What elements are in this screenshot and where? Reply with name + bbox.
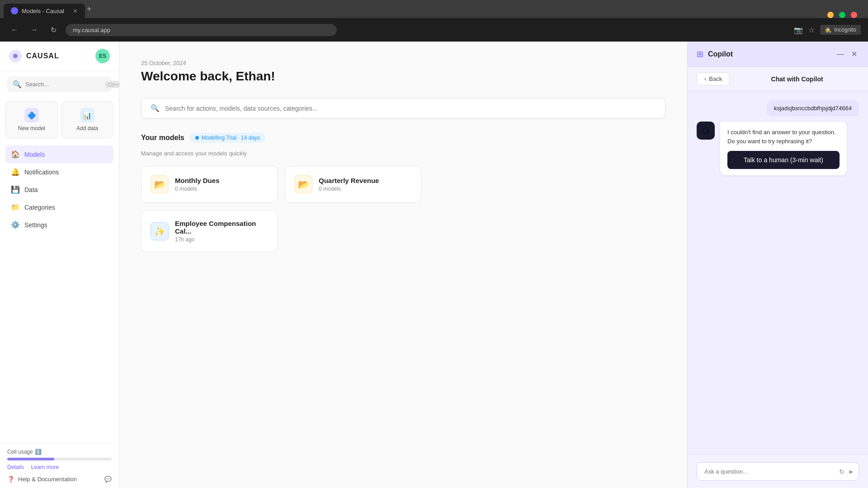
bookmark-icon[interactable]: ☆ [808, 26, 815, 34]
window-controls [827, 12, 864, 18]
models-title-text: Your models [141, 134, 184, 142]
help-documentation-link[interactable]: ❓ Help & Documentation 💬 [7, 470, 112, 483]
model-sub: 0 models [319, 186, 379, 192]
sidebar-bottom: Cell usage ℹ️ Details Learn more ❓ Help … [0, 443, 119, 488]
model-card-quarterly-revenue[interactable]: 📂 Quarterly Revenue 0 models [285, 166, 421, 203]
page-title: Welcome back, Ethan! [141, 69, 665, 84]
logo: CAUSAL [9, 50, 59, 62]
model-card-monthly-dues[interactable]: 📂 Monthly Dues 0 models [141, 166, 278, 203]
incognito-label: Incognito [834, 27, 856, 33]
input-right-icons: ↻ ➤ [839, 468, 854, 475]
models-icon: 🏠 [11, 150, 20, 159]
browser-tab-active[interactable]: Models - Causal ✕ [4, 4, 85, 18]
tab-title: Models - Causal [22, 8, 64, 14]
forward-nav-button[interactable]: → [27, 24, 42, 36]
copilot-messages: ksjadsjbsnccbdbfhjsjdjd74664 ⬡ I couldn'… [688, 91, 868, 455]
cell-usage-fill [7, 458, 54, 460]
search-input[interactable] [25, 81, 101, 88]
back-nav-button[interactable]: ← [7, 24, 22, 36]
models-section-title: Your models Modelling Trial · 14 days [141, 133, 265, 143]
send-icon[interactable]: ➤ [848, 468, 854, 475]
monthly-dues-icon: 📂 [151, 175, 169, 193]
settings-icon: ⚙️ [11, 221, 20, 229]
copilot-header-buttons: — ✕ [835, 48, 859, 60]
copilot-subheader: ‹ Back Chat with Copilot [688, 67, 868, 91]
sidebar-item-data[interactable]: 💾 Data [5, 181, 113, 198]
sidebar-item-notifications[interactable]: 🔔 Notifications [5, 163, 113, 181]
tab-close-btn[interactable]: ✕ [73, 8, 78, 14]
copilot-close-button[interactable]: ✕ [849, 48, 859, 60]
address-bar[interactable]: my.causal.app [66, 24, 337, 36]
browser-window: Models - Causal ✕ + ← → ↻ my.causal.app … [0, 0, 868, 488]
browser-toolbar: ← → ↻ my.causal.app 📷 ☆ 🕵️ Incognito [0, 18, 868, 42]
learn-more-link[interactable]: Learn more [31, 464, 59, 470]
copilot-input-row: ↻ ➤ [688, 455, 868, 488]
copilot-minimize-button[interactable]: — [835, 48, 846, 60]
new-model-label: New model [18, 125, 45, 131]
cell-usage-text: Cell usage [7, 449, 33, 455]
sidebar-search-container[interactable]: 🔍 Ctrl+K [7, 76, 112, 92]
bot-avatar-icon: ⬡ [702, 126, 709, 136]
new-model-button[interactable]: 🔷 New model [5, 101, 58, 138]
help-label: Help & Documentation [18, 476, 77, 483]
back-chevron-icon: ‹ [704, 75, 706, 82]
model-card-content: 📂 Quarterly Revenue 0 models [294, 175, 412, 193]
trial-badge: Modelling Trial · 14 days [190, 133, 265, 143]
incognito-icon: 🕵️ [825, 27, 831, 33]
sidebar-item-settings[interactable]: ⚙️ Settings [5, 216, 113, 234]
copilot-grid-icon: ⊞ [697, 49, 703, 59]
copilot-input[interactable] [697, 462, 859, 481]
copilot-title-row: ⊞ Copilot [697, 49, 733, 59]
talk-to-human-button[interactable]: Talk to a human (3-min wait) [727, 151, 840, 169]
camera-icon: 📷 [794, 26, 803, 34]
sidebar-item-models[interactable]: 🏠 Models [5, 145, 113, 163]
model-info: Quarterly Revenue 0 models [319, 177, 379, 192]
reload-button[interactable]: ↻ [47, 24, 60, 36]
model-card-content: ✨ Employee Compensation Cal... 17h ago [151, 220, 268, 243]
search-icon: 🔍 [13, 80, 22, 89]
tab-bar: Models - Causal ✕ + [0, 0, 868, 18]
minimize-button[interactable] [827, 12, 834, 18]
logo-dot [13, 54, 18, 58]
main-search-input[interactable] [165, 105, 656, 112]
copilot-title: Copilot [708, 50, 733, 58]
cell-usage-bar [7, 458, 112, 460]
categories-icon: 📁 [11, 203, 20, 211]
sidebar: CAUSAL ES 🔍 Ctrl+K 🔷 New model 📊 Add dat… [0, 42, 119, 488]
avatar[interactable]: ES [95, 49, 110, 63]
new-model-icon: 🔷 [24, 108, 39, 122]
maximize-button[interactable] [839, 12, 845, 18]
app-container: CAUSAL ES 🔍 Ctrl+K 🔷 New model 📊 Add dat… [0, 42, 868, 488]
new-tab-button[interactable]: + [87, 5, 92, 14]
models-grid: 📂 Monthly Dues 0 models 📂 Quarterly Reve… [141, 166, 421, 252]
copilot-back-button[interactable]: ‹ Back [697, 72, 730, 85]
main-content: 25 October, 2024 Welcome back, Ethan! 🔍 … [119, 42, 687, 488]
help-icon: ❓ [7, 476, 14, 483]
model-sub: 0 models [175, 186, 219, 192]
trial-badge-label: Modelling Trial · 14 days [202, 135, 260, 141]
employee-comp-icon: ✨ [151, 222, 169, 240]
main-search-icon: 🔍 [151, 104, 160, 113]
logo-circle [9, 50, 22, 62]
trial-dot [195, 136, 199, 140]
model-info: Employee Compensation Cal... 17h ago [175, 220, 268, 243]
add-data-button[interactable]: 📊 Add data [61, 101, 114, 138]
usage-links: Details Learn more [7, 464, 112, 470]
info-icon: ℹ️ [35, 449, 42, 455]
close-button[interactable] [851, 12, 857, 18]
model-name: Employee Compensation Cal... [175, 220, 268, 235]
details-link[interactable]: Details [7, 464, 24, 470]
models-subtitle: Manage and access your models quickly [141, 150, 665, 157]
chat-title: Chat with Copilot [735, 75, 859, 83]
copilot-header: ⊞ Copilot — ✕ [688, 42, 868, 67]
refresh-icon[interactable]: ↻ [839, 468, 844, 475]
notifications-nav-label: Notifications [24, 169, 59, 176]
model-card-employee-comp[interactable]: ✨ Employee Compensation Cal... 17h ago [141, 210, 278, 252]
sidebar-item-categories[interactable]: 📁 Categories [5, 198, 113, 216]
toolbar-right: 📷 ☆ 🕵️ Incognito [794, 25, 861, 35]
main-search-bar[interactable]: 🔍 [141, 98, 665, 118]
copilot-input-wrapper: ↻ ➤ [697, 462, 859, 481]
incognito-badge: 🕵️ Incognito [820, 25, 861, 35]
model-sub: 17h ago [175, 236, 268, 243]
model-name: Monthly Dues [175, 177, 219, 184]
